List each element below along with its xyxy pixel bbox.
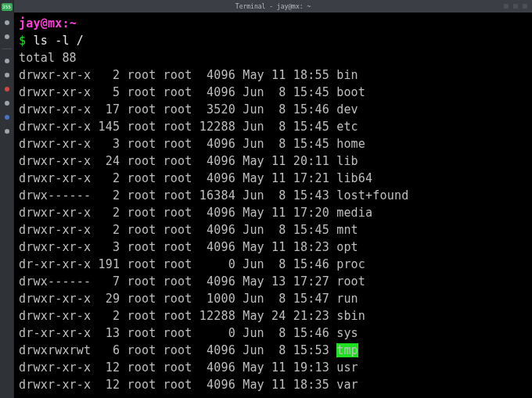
- listing-row: drwx------ 2 root root 16384 Jun 8 15:43…: [19, 187, 527, 204]
- listing-filename: mnt: [336, 223, 358, 237]
- listing-meta: drwxr-xr-x 12 root root 4096 May 11 19:1…: [19, 360, 336, 375]
- listing-filename: opt: [336, 240, 358, 254]
- listing-row: drwxr-xr-x 24 root root 4096 May 11 20:1…: [19, 152, 527, 170]
- listing-filename: etc: [336, 120, 358, 134]
- listing-filename: media: [336, 206, 372, 220]
- listing-row: drwxrwxrwt 6 root root 4096 Jun 8 15:53 …: [19, 342, 527, 359]
- listing-filename: root: [336, 274, 365, 289]
- listing-row: dr-xr-xr-x 13 root root 0 Jun 8 15:46 sy…: [19, 324, 527, 342]
- screen: 355 Terminal - jay@mx: ~ jay@mx:~ $ ls -…: [0, 0, 532, 398]
- listing-filename: sbin: [336, 309, 365, 323]
- listing-row: drwxr-xr-x 2 root root 4096 May 11 17:20…: [19, 204, 527, 221]
- listing-meta: drwxr-xr-x 3 root root 4096 Jun 8 15:45: [19, 137, 336, 151]
- listing-meta: drwx------ 7 root root 4096 May 13 17:27: [19, 274, 336, 289]
- listing-meta: drwx------ 2 root root 16384 Jun 8 15:43: [19, 188, 336, 203]
- window-title: Terminal - jay@mx: ~: [235, 3, 311, 10]
- listing-meta: drwxrwxrwt 6 root root 4096 Jun 8 15:53: [19, 343, 336, 357]
- listing-filename: bin: [336, 68, 358, 82]
- listing-meta: drwxr-xr-x 2 root root 4096 May 11 18:55: [19, 68, 336, 82]
- listing-filename: boot: [336, 85, 365, 99]
- dock-launcher-6-icon[interactable]: [5, 115, 9, 120]
- listing-meta: drwxr-xr-x 2 root root 4096 May 11 17:21: [19, 171, 336, 185]
- dock-launcher-4-icon[interactable]: [5, 73, 9, 77]
- total-line: total 88: [19, 49, 527, 66]
- listing-row: drwxr-xr-x 2 root root 12288 May 24 21:2…: [19, 307, 527, 324]
- listing-meta: drwxr-xr-x 2 root root 4096 Jun 8 15:45: [19, 223, 336, 237]
- listing-filename: dev: [336, 102, 358, 117]
- dock-launcher-1-icon[interactable]: [5, 20, 9, 25]
- listing-row: dr-xr-xr-x 191 root root 0 Jun 8 15:46 p…: [19, 256, 527, 273]
- listing-filename: var: [336, 378, 358, 392]
- dock-launcher-3-icon[interactable]: [5, 59, 9, 63]
- listing-meta: drwxr-xr-x 12 root root 4096 May 11 18:3…: [19, 378, 336, 392]
- maximize-button[interactable]: [513, 4, 518, 9]
- listing-row: drwxr-xr-x 17 root root 3520 Jun 8 15:46…: [19, 101, 527, 118]
- listing-filename: lost+found: [336, 188, 408, 203]
- dock-launcher-7-icon[interactable]: [5, 129, 9, 134]
- listing-row: drwxr-xr-x 145 root root 12288 Jun 8 15:…: [19, 118, 527, 135]
- listing-row: drwxr-xr-x 2 root root 4096 May 11 17:21…: [19, 170, 527, 187]
- listing-row: drwxr-xr-x 3 root root 4096 May 11 18:23…: [19, 238, 527, 256]
- listing-filename: sys: [336, 326, 358, 340]
- listing-meta: dr-xr-xr-x 191 root root 0 Jun 8 15:46: [19, 257, 336, 271]
- listing-row: drwxr-xr-x 3 root root 4096 Jun 8 15:45 …: [19, 135, 527, 152]
- listing-filename: home: [336, 137, 365, 151]
- minimize-button[interactable]: [504, 4, 509, 9]
- dock-separator: [2, 48, 12, 49]
- listing-meta: drwxr-xr-x 24 root root 4096 May 11 20:1…: [19, 154, 336, 168]
- listing-row: drwxr-xr-x 2 root root 4096 May 11 18:55…: [19, 66, 527, 84]
- listing: drwxr-xr-x 2 root root 4096 May 11 18:55…: [19, 66, 527, 393]
- window-titlebar[interactable]: Terminal - jay@mx: ~: [14, 0, 532, 13]
- listing-meta: drwxr-xr-x 3 root root 4096 May 11 18:23: [19, 240, 336, 254]
- dock-badge[interactable]: 355: [2, 3, 13, 11]
- listing-row: drwxr-xr-x 12 root root 4096 May 11 18:3…: [19, 376, 527, 393]
- listing-meta: drwxr-xr-x 2 root root 4096 May 11 17:20: [19, 206, 336, 220]
- prompt-dollar: $: [19, 34, 26, 48]
- desktop-dock: 355: [0, 0, 14, 398]
- prompt-user-host: jay@mx: [19, 16, 62, 30]
- command-text: ls -l /: [33, 34, 84, 48]
- listing-row: drwx------ 7 root root 4096 May 13 17:27…: [19, 273, 527, 290]
- close-button[interactable]: [523, 4, 527, 9]
- terminal-viewport[interactable]: jay@mx:~ $ ls -l / total 88 drwxr-xr-x 2…: [14, 13, 532, 398]
- listing-filename: proc: [336, 257, 365, 271]
- dock-launcher-5-icon[interactable]: [5, 101, 9, 106]
- listing-row: drwxr-xr-x 2 root root 4096 Jun 8 15:45 …: [19, 221, 527, 238]
- listing-meta: drwxr-xr-x 17 root root 3520 Jun 8 15:46: [19, 102, 336, 117]
- listing-meta: drwxr-xr-x 29 root root 1000 Jun 8 15:47: [19, 292, 336, 306]
- app-window: Terminal - jay@mx: ~ jay@mx:~ $ ls -l / …: [14, 0, 532, 398]
- listing-row: drwxr-xr-x 29 root root 1000 Jun 8 15:47…: [19, 290, 527, 307]
- dock-firefox-icon[interactable]: [5, 87, 9, 91]
- listing-row: drwxr-xr-x 5 root root 4096 Jun 8 15:45 …: [19, 84, 527, 101]
- listing-filename: lib: [336, 154, 358, 168]
- dock-launcher-2-icon[interactable]: [5, 34, 9, 39]
- prompt-line: jay@mx:~: [19, 15, 527, 32]
- listing-filename: tmp: [336, 343, 358, 357]
- listing-row: drwxr-xr-x 12 root root 4096 May 11 19:1…: [19, 359, 527, 376]
- command-line: $ ls -l /: [19, 32, 527, 49]
- listing-filename: lib64: [336, 171, 372, 185]
- prompt-path: ~: [70, 16, 77, 30]
- listing-filename: run: [336, 292, 358, 306]
- listing-filename: usr: [336, 360, 358, 375]
- listing-meta: drwxr-xr-x 2 root root 12288 May 24 21:2…: [19, 309, 336, 323]
- window-controls: [504, 4, 527, 9]
- listing-meta: drwxr-xr-x 145 root root 12288 Jun 8 15:…: [19, 120, 336, 134]
- listing-meta: drwxr-xr-x 5 root root 4096 Jun 8 15:45: [19, 85, 336, 99]
- listing-meta: dr-xr-xr-x 13 root root 0 Jun 8 15:46: [19, 326, 336, 340]
